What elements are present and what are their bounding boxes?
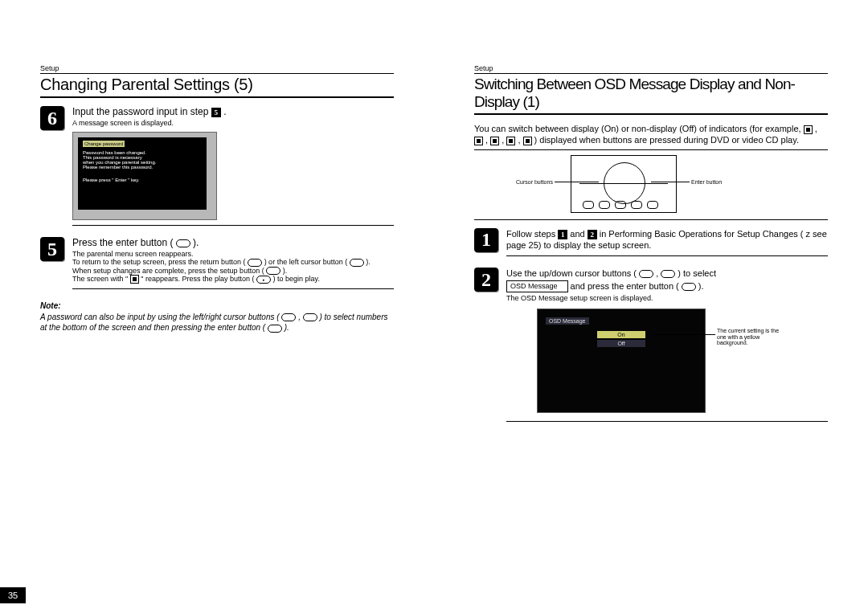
intro-text: You can switch between display (On) or n… [474, 123, 828, 146]
step-subtext: The screen with " " reappears. Press the… [72, 275, 394, 284]
text: ). [282, 323, 289, 332]
stop-icon [130, 275, 139, 284]
step-subtext: When setup changes are complete, press t… [72, 267, 394, 276]
dpad-icon [604, 162, 645, 204]
text: . [223, 106, 226, 117]
note-label: Note: [40, 301, 61, 310]
enter-icon [176, 239, 190, 247]
ff-glyph-icon [490, 137, 499, 145]
text: You can switch between display (On) or n… [474, 124, 804, 133]
text: When setup changes are complete, press t… [72, 267, 266, 275]
cursor-buttons-label: Cursor buttons [516, 179, 553, 185]
step-heading: Input the password input in step 5 . [72, 106, 394, 117]
cursor-left-icon [281, 313, 296, 321]
divider [506, 255, 828, 256]
enter-icon [682, 283, 696, 291]
ref-badge-1: 1 [558, 230, 567, 239]
divider [474, 73, 828, 74]
ref-badge-5: 5 [211, 108, 221, 117]
text: ). [364, 258, 371, 266]
step-heading: Follow steps 1 and 2 in Performing Basic… [506, 228, 828, 251]
text: Use the up/down cursor buttons ( [506, 268, 639, 278]
text: ) to begin play. [271, 275, 320, 283]
step-number-badge: 6 [40, 106, 64, 130]
step-subtext: The parental menu screen reappears. [72, 250, 394, 258]
step-2: 2 Use the up/down cursor buttons ( , ) t… [474, 268, 828, 422]
text: A password can also be input by using th… [40, 313, 281, 321]
text: Press the enter button ( [72, 237, 176, 248]
rw-glyph-icon [506, 137, 515, 145]
text: and [567, 229, 587, 239]
cursor-right-icon [303, 313, 317, 321]
osd-screen-mock: OSD Message On Off [537, 309, 706, 413]
setup-icon [266, 267, 280, 275]
divider [72, 225, 394, 226]
text: The screen with " [72, 275, 130, 283]
osd-callout: The current setting is the one with a ye… [717, 328, 789, 346]
text: ). [696, 281, 704, 291]
enter-button-label: Enter button [691, 179, 722, 185]
screen-line: Please press " Enter " key. [83, 178, 202, 182]
text: ) to select [675, 268, 716, 278]
callout-line [555, 182, 599, 182]
pause-glyph-icon [523, 137, 532, 145]
text: To return to the setup screen, press the… [72, 258, 248, 266]
text: Follow steps [506, 229, 558, 239]
divider [40, 73, 394, 74]
button-row [583, 201, 658, 209]
step-heading: Press the enter button ( ). [72, 237, 394, 248]
enter-icon [268, 325, 282, 333]
stop-glyph-icon [474, 137, 483, 145]
step-number-badge: 2 [474, 268, 498, 292]
step-heading: Use the up/down cursor buttons ( , ) to … [506, 268, 828, 292]
divider [506, 421, 828, 422]
note: Note: A password can also be input by us… [40, 300, 394, 333]
callout-line [651, 182, 690, 182]
osd-message-field: OSD Message [506, 280, 568, 292]
text: and press the enter button ( [571, 281, 682, 291]
play-glyph-icon [804, 125, 813, 134]
page-title: Switching Between OSD Message Display an… [474, 76, 828, 115]
cursor-down-icon [661, 270, 675, 278]
callout-line [651, 334, 715, 335]
page-title: Changing Parental Settings (5) [40, 76, 394, 98]
page-number: 35 [0, 587, 26, 603]
osd-option-on: On [597, 331, 645, 338]
return-icon [248, 259, 262, 267]
tv-screen-mock: Change password Password has been change… [72, 132, 217, 220]
text: " reappears. Press the play button ( [139, 275, 256, 283]
text: ). [280, 267, 287, 275]
divider [474, 149, 828, 150]
step-number-badge: 1 [474, 228, 498, 252]
divider [474, 219, 828, 220]
step-subtext: A message screen is displayed. [72, 119, 394, 127]
remote-outline [571, 155, 677, 213]
left-page: Setup Changing Parental Settings (5) 6 I… [0, 0, 434, 613]
ref-badge-2: 2 [588, 230, 597, 239]
divider [72, 288, 394, 289]
text: ) displayed when buttons are pressed dur… [534, 135, 799, 145]
play-icon: ▸ [256, 276, 271, 284]
osd-option-off: Off [597, 340, 645, 347]
step-subtext: To return to the setup screen, press the… [72, 258, 394, 267]
right-page: Setup Switching Between OSD Message Disp… [434, 0, 868, 613]
text: Input the password input in step [72, 106, 211, 117]
text: ) or the left cursor button ( [262, 258, 350, 266]
manual-spread: Setup Changing Parental Settings (5) 6 I… [0, 0, 868, 613]
step-6: 6 Input the password input in step 5 . A… [40, 106, 394, 226]
cursor-left-icon [350, 259, 364, 267]
osd-figure: OSD Message On Off The current setting i… [506, 309, 828, 413]
step-1: 1 Follow steps 1 and 2 in Performing Bas… [474, 228, 828, 257]
step-number-badge: 5 [40, 237, 64, 261]
remote-figure: Cursor buttons Enter button [474, 155, 828, 219]
text: , [296, 313, 302, 321]
step-subtext: The OSD Message setup screen is displaye… [506, 294, 828, 302]
section-label: Setup [40, 64, 394, 72]
section-label: Setup [474, 64, 828, 72]
screen-title-bar: Change password [83, 141, 125, 147]
osd-header: OSD Message [546, 317, 589, 325]
step-5: 5 Press the enter button ( ). The parent… [40, 237, 394, 289]
cursor-up-icon [639, 270, 653, 278]
